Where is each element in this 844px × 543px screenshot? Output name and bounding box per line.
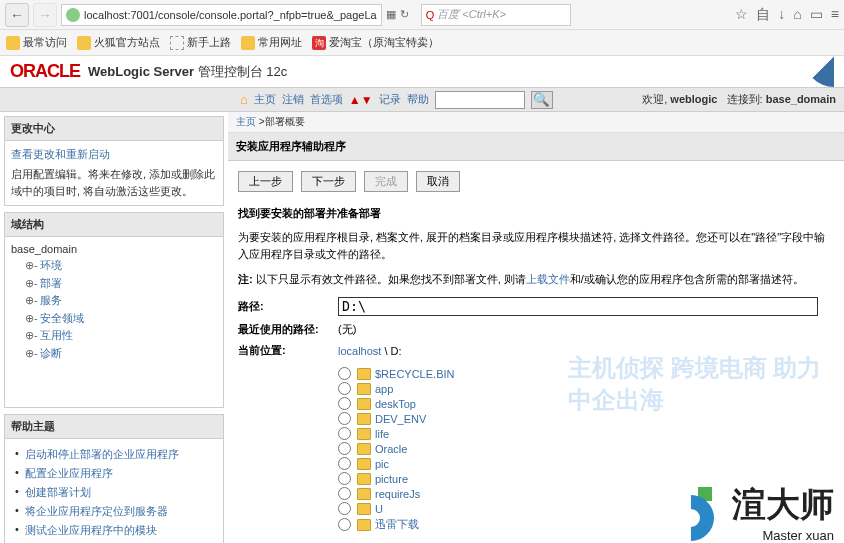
tree-item[interactable]: 服务 [11, 292, 217, 310]
search-placeholder: 百度 <Ctrl+K> [437, 7, 506, 22]
forward-button[interactable]: → [33, 3, 57, 27]
brand-watermark: 渲大师 Master xuan [666, 482, 834, 543]
tree-item[interactable]: 诊断 [11, 345, 217, 363]
folder-radio[interactable] [338, 382, 351, 395]
finish-button[interactable]: 完成 [364, 171, 408, 192]
help-link[interactable]: 创建部署计划 [11, 483, 217, 502]
help-link[interactable]: 配置企业应用程序 [11, 464, 217, 483]
folder-icon [357, 503, 371, 515]
oracle-header: ORACLE WebLogic Server 管理控制台 12c [0, 56, 844, 88]
domain-structure-panel: 域结构 base_domain 环境 部署 服务 安全领域 互用性 诊断 [4, 212, 224, 408]
tree-item[interactable]: 部署 [11, 275, 217, 293]
console-search-input[interactable] [435, 91, 525, 109]
tree-item[interactable]: 环境 [11, 257, 217, 275]
back-button[interactable]: ← [5, 3, 29, 27]
folder-link[interactable]: DEV_ENV [375, 413, 426, 425]
menu-icon[interactable]: ≡ [831, 6, 839, 24]
folder-radio[interactable] [338, 442, 351, 455]
path-label: 路径: [238, 299, 338, 314]
folder-icon [357, 488, 371, 500]
download-icon[interactable]: ↓ [778, 6, 785, 24]
section-heading: 找到要安装的部署并准备部署 [238, 206, 834, 221]
tree-root[interactable]: base_domain [11, 243, 217, 255]
logout-link[interactable]: 注销 [282, 92, 304, 107]
breadcrumb-home[interactable]: 主页 [236, 116, 256, 127]
wizard-buttons-top: 上一步 下一步 完成 取消 [238, 171, 834, 192]
folder-link[interactable]: requireJs [375, 488, 420, 500]
tree-item[interactable]: 互用性 [11, 327, 217, 345]
help-link[interactable]: 启动和停止部署的企业应用程序 [11, 445, 217, 464]
folder-radio[interactable] [338, 397, 351, 410]
host-link[interactable]: localhost [338, 345, 381, 357]
folder-item: pic [338, 456, 834, 471]
folder-link[interactable]: 迅雷下载 [375, 517, 419, 532]
folder-radio[interactable] [338, 427, 351, 440]
folder-link[interactable]: pic [375, 458, 389, 470]
home-link[interactable]: 主页 [254, 92, 276, 107]
view-changes-link[interactable]: 查看更改和重新启动 [11, 147, 217, 162]
prev-button[interactable]: 上一步 [238, 171, 293, 192]
wl-toolbar: ⌂ 主页 注销 首选项 ▲▼ 记录 帮助 🔍 欢迎, weblogic 连接到:… [0, 88, 844, 112]
upload-link[interactable]: 上载文件 [526, 273, 570, 285]
panel-header: 域结构 [5, 213, 223, 237]
folder-radio[interactable] [338, 518, 351, 531]
folder-icon [357, 368, 371, 380]
help-panel: 帮助主题 启动和停止部署的企业应用程序 配置企业应用程序 创建部署计划 将企业应… [4, 414, 224, 543]
path-input[interactable] [338, 297, 818, 316]
folder-icon [357, 519, 371, 531]
brand-logo-icon [666, 483, 726, 543]
folder-icon [77, 36, 91, 50]
recent-value: (无) [338, 322, 834, 337]
bookmark-item[interactable]: 新手上路 [170, 35, 231, 50]
folder-link[interactable]: U [375, 503, 383, 515]
folder-icon [357, 428, 371, 440]
console-search-btn[interactable]: 🔍 [531, 91, 553, 109]
folder-icon [357, 458, 371, 470]
folder-radio[interactable] [338, 487, 351, 500]
home-icon[interactable]: ⌂ [793, 6, 801, 24]
home-icon: ⌂ [240, 92, 248, 107]
reload-icon[interactable]: ↻ [400, 8, 409, 21]
tree-item[interactable]: 安全领域 [11, 310, 217, 328]
help-link[interactable]: 将企业应用程序定位到服务器 [11, 502, 217, 521]
folder-icon [357, 398, 371, 410]
page-title: 安装应用程序辅助程序 [228, 133, 844, 161]
help-link[interactable]: 帮助 [407, 92, 429, 107]
star-icon[interactable]: ☆ [735, 6, 748, 24]
browser-nav-bar: ← → localhost:7001/console/console.porta… [0, 0, 844, 30]
brand-en: Master xuan [732, 528, 834, 543]
help-link[interactable]: 测试企业应用程序中的模块 [11, 521, 217, 540]
folder-radio[interactable] [338, 502, 351, 515]
bookmark-item[interactable]: 淘爱淘宝（原淘宝特卖） [312, 35, 439, 50]
folder-link[interactable]: picture [375, 473, 408, 485]
page-icon [170, 36, 184, 50]
bookmark-item[interactable]: 常用网址 [241, 35, 302, 50]
next-button[interactable]: 下一步 [301, 171, 356, 192]
folder-link[interactable]: app [375, 383, 393, 395]
folder-link[interactable]: life [375, 428, 389, 440]
cancel-button[interactable]: 取消 [416, 171, 460, 192]
prefs-link[interactable]: 首选项 [310, 92, 343, 107]
folder-radio[interactable] [338, 457, 351, 470]
browser-search[interactable]: Q 百度 <Ctrl+K> [421, 4, 571, 26]
folder-radio[interactable] [338, 367, 351, 380]
folder-radio[interactable] [338, 472, 351, 485]
window-icon[interactable]: ▭ [810, 6, 823, 24]
record-link[interactable]: 记录 [379, 92, 401, 107]
bookmark-item[interactable]: 火狐官方站点 [77, 35, 160, 50]
panel-header: 更改中心 [5, 117, 223, 141]
folder-radio[interactable] [338, 412, 351, 425]
bookmark-item[interactable]: 最常访问 [6, 35, 67, 50]
panel-header: 帮助主题 [5, 415, 223, 439]
qr-icon[interactable]: ▦ [386, 8, 396, 21]
folder-link[interactable]: Oracle [375, 443, 407, 455]
folder-link[interactable]: $RECYCLE.BIN [375, 368, 454, 380]
user-icon[interactable]: 自 [756, 6, 770, 24]
note: 注: 以下只显示有效文件路径。如果您找不到部署文件, 则请上载文件和/或确认您的… [238, 272, 834, 287]
folder-item: deskTop [338, 396, 834, 411]
folder-item: life [338, 426, 834, 441]
folder-link[interactable]: deskTop [375, 398, 416, 410]
search-provider-icon: Q [426, 9, 435, 21]
url-bar[interactable]: localhost:7001/console/console.portal?_n… [61, 4, 382, 26]
record-icon: ▲▼ [349, 93, 373, 107]
